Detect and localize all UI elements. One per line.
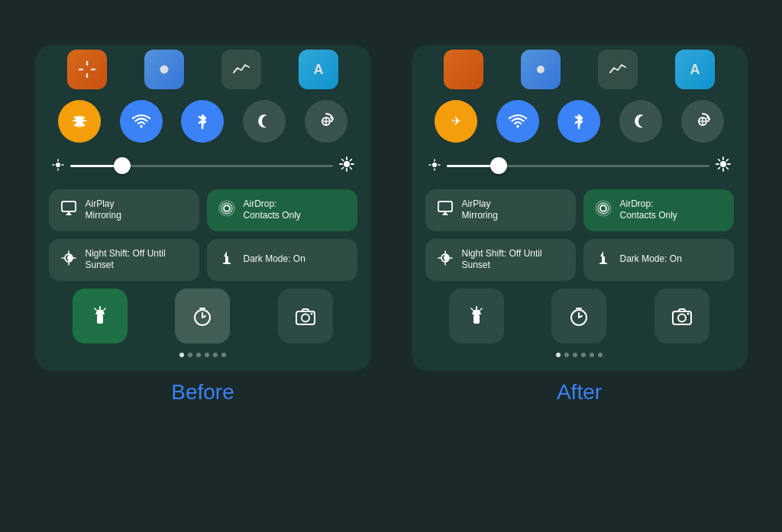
- svg-line-71: [718, 167, 719, 169]
- after-camera-btn[interactable]: [654, 289, 709, 343]
- svg-text:A: A: [690, 62, 700, 77]
- after-rotation-icon: [693, 111, 713, 131]
- svg-marker-82: [600, 251, 603, 256]
- after-brightness-dim-icon: [428, 159, 441, 173]
- before-app-icon-3-graphic: [231, 59, 252, 80]
- before-moon-toggle[interactable]: [243, 100, 286, 143]
- after-nightshift-icon: [436, 250, 454, 270]
- after-rotation-toggle[interactable]: [681, 100, 724, 143]
- after-slider-thumb[interactable]: [490, 157, 507, 174]
- before-airplane-icon: ✈: [69, 111, 89, 131]
- svg-line-72: [726, 159, 728, 160]
- before-tools-row: [49, 289, 357, 343]
- svg-marker-40: [95, 310, 105, 314]
- after-airdrop-btn[interactable]: AirDrop:Contacts Only: [583, 189, 734, 231]
- after-flashlight-icon: [466, 305, 487, 327]
- before-dot-5: [213, 353, 218, 357]
- svg-line-43: [104, 308, 105, 310]
- after-toggles-row: ✈: [425, 100, 734, 143]
- after-airplane-toggle[interactable]: ✈: [435, 100, 477, 143]
- after-control-center: A ✈: [412, 45, 748, 371]
- after-airplay-icon: [436, 200, 454, 221]
- before-rotation-toggle[interactable]: [305, 100, 347, 143]
- after-airplane-icon: ✈: [446, 111, 466, 131]
- before-timer-btn[interactable]: [175, 289, 230, 343]
- after-slider-track[interactable]: [447, 165, 709, 167]
- before-airdrop-btn[interactable]: AirDrop:Contacts Only: [207, 189, 357, 231]
- before-darkmode-icon: [218, 250, 236, 270]
- before-dot-6: [221, 353, 226, 357]
- svg-point-50: [311, 312, 313, 314]
- before-panel: A ✈: [15, 45, 390, 405]
- svg-point-13: [56, 163, 60, 167]
- before-app-icon-4: A: [299, 50, 338, 89]
- before-camera-icon: [295, 305, 316, 327]
- before-flashlight-btn[interactable]: [73, 289, 128, 343]
- after-moon-toggle[interactable]: [619, 100, 662, 143]
- before-bluetooth-icon: [192, 111, 212, 131]
- after-dot-2: [564, 353, 569, 357]
- comparison-wrapper: A ✈: [0, 37, 782, 495]
- before-wifi-toggle[interactable]: [120, 100, 163, 143]
- before-airdrop-label: AirDrop:Contacts Only: [244, 198, 301, 222]
- before-darkmode-btn[interactable]: Dark Mode: On: [207, 239, 357, 281]
- before-sun-small-icon: [52, 159, 64, 171]
- before-airplay-btn[interactable]: AirPlayMirroring: [49, 189, 199, 231]
- after-brightness-slider[interactable]: [425, 156, 734, 176]
- after-app-icon-3-graphic: [607, 59, 629, 80]
- after-button-grid: AirPlayMirroring AirDrop:Contacts Only: [425, 189, 734, 281]
- svg-point-52: [537, 66, 544, 73]
- before-airplay-svg: [60, 200, 77, 217]
- before-nightshift-btn[interactable]: Night Shift: Off Until Sunset: [49, 239, 199, 281]
- after-bluetooth-icon: [569, 111, 589, 131]
- after-app-icons: A: [425, 60, 734, 89]
- svg-rect-73: [438, 202, 452, 211]
- before-control-center: A ✈: [35, 45, 371, 371]
- svg-point-28: [224, 205, 230, 211]
- after-dot-1: [556, 353, 561, 357]
- before-bluetooth-toggle[interactable]: [181, 100, 224, 143]
- after-airdrop-label: AirDrop:Contacts Only: [620, 198, 677, 222]
- after-timer-btn[interactable]: [551, 289, 606, 343]
- before-airplay-icon: [60, 200, 78, 221]
- after-nightshift-label: Night Shift: Off Until Sunset: [462, 248, 565, 272]
- before-dot-3: [196, 353, 201, 357]
- before-airdrop-icon: [218, 200, 236, 221]
- after-wifi-toggle[interactable]: [496, 100, 539, 143]
- before-camera-btn[interactable]: [278, 289, 333, 343]
- before-nightshift-label: Night Shift: Off Until Sunset: [86, 248, 189, 272]
- after-flashlight-btn[interactable]: [449, 289, 504, 343]
- before-dot-2: [188, 353, 192, 357]
- after-sun-small-icon: [428, 159, 441, 171]
- after-darkmode-btn[interactable]: Dark Mode: On: [583, 239, 734, 281]
- after-airplay-btn[interactable]: AirPlayMirroring: [425, 189, 576, 231]
- before-toggles-row: ✈: [49, 100, 357, 143]
- before-moon-icon: [254, 111, 274, 131]
- svg-line-70: [726, 167, 728, 169]
- before-flashlight-icon: [89, 305, 111, 327]
- after-app-icon-4: A: [675, 50, 715, 89]
- before-airplane-toggle[interactable]: ✈: [58, 100, 101, 143]
- svg-line-42: [95, 308, 96, 310]
- before-brightness-slider[interactable]: [49, 156, 357, 176]
- svg-point-59: [432, 163, 437, 167]
- before-slider-track[interactable]: [70, 165, 333, 167]
- after-nightshift-btn[interactable]: Night Shift: Off Until Sunset: [425, 239, 576, 281]
- before-app-icon-1-graphic: [76, 59, 98, 80]
- svg-rect-83: [602, 256, 605, 263]
- after-airplay-svg: [437, 200, 454, 217]
- after-wifi-icon: [508, 111, 528, 131]
- after-page-dots: [425, 353, 734, 357]
- before-nightshift-svg: [60, 250, 77, 266]
- after-timer-icon: [568, 305, 590, 327]
- after-bluetooth-toggle[interactable]: [557, 100, 600, 143]
- after-app-icon-3: [598, 50, 638, 89]
- before-rotation-icon: [316, 111, 336, 131]
- before-brightness-bright-icon: [339, 156, 354, 176]
- before-app-icon-4-graphic: A: [308, 59, 329, 80]
- before-slider-thumb[interactable]: [114, 157, 131, 174]
- after-app-icon-2-graphic: [530, 59, 551, 80]
- after-dot-3: [573, 353, 577, 357]
- before-button-grid: AirPlayMirroring AirDrop:Contacts Only: [49, 189, 357, 281]
- svg-text:✈: ✈: [74, 114, 84, 127]
